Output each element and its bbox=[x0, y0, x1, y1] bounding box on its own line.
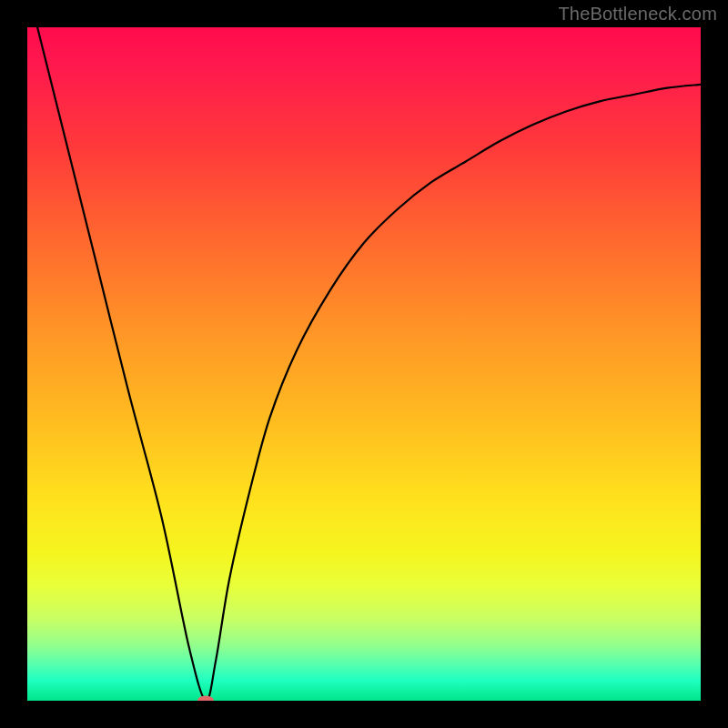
optimal-point-marker bbox=[197, 696, 214, 702]
chart-frame: TheBottleneck.com bbox=[0, 0, 728, 728]
bottleneck-curve bbox=[27, 27, 701, 701]
plot-area bbox=[27, 27, 701, 701]
curve-path bbox=[27, 27, 701, 701]
watermark-text: TheBottleneck.com bbox=[558, 4, 717, 25]
